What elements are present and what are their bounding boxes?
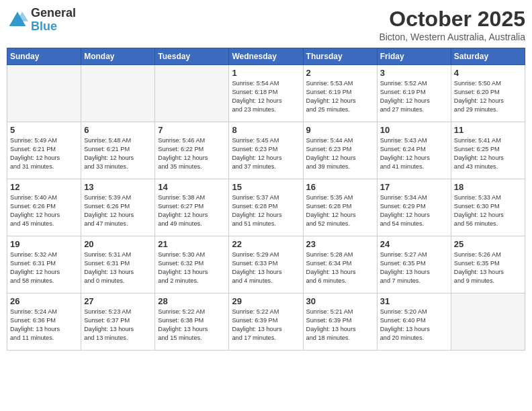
calendar-cell: 16Sunrise: 5:35 AM Sunset: 6:28 PM Dayli… [303,179,377,236]
calendar-cell: 20Sunrise: 5:31 AM Sunset: 6:31 PM Dayli… [81,236,155,293]
calendar-cell: 3Sunrise: 5:52 AM Sunset: 6:19 PM Daylig… [377,65,451,122]
month-title: October 2025 [379,7,525,32]
calendar-cell: 29Sunrise: 5:22 AM Sunset: 6:39 PM Dayli… [229,293,303,351]
day-info: Sunrise: 5:53 AM Sunset: 6:19 PM Dayligh… [306,79,374,114]
day-number: 16 [306,182,374,192]
calendar-cell [7,65,81,122]
calendar-cell: 17Sunrise: 5:34 AM Sunset: 6:29 PM Dayli… [377,179,451,236]
calendar-cell: 1Sunrise: 5:54 AM Sunset: 6:18 PM Daylig… [229,65,303,122]
calendar-cell: 5Sunrise: 5:49 AM Sunset: 6:21 PM Daylig… [7,122,81,179]
day-number: 14 [158,182,226,192]
day-info: Sunrise: 5:35 AM Sunset: 6:28 PM Dayligh… [306,193,374,228]
day-number: 2 [306,68,374,78]
day-number: 20 [84,239,152,249]
day-info: Sunrise: 5:27 AM Sunset: 6:35 PM Dayligh… [380,250,448,285]
day-number: 28 [158,296,226,306]
day-info: Sunrise: 5:38 AM Sunset: 6:27 PM Dayligh… [158,193,226,228]
day-number: 1 [232,68,300,78]
calendar-cell: 28Sunrise: 5:22 AM Sunset: 6:38 PM Dayli… [155,293,229,351]
title-block: October 2025 Bicton, Western Australia, … [379,7,525,42]
day-info: Sunrise: 5:46 AM Sunset: 6:22 PM Dayligh… [158,136,226,171]
calendar-cell [155,65,229,122]
day-number: 18 [454,182,522,192]
calendar-cell: 26Sunrise: 5:24 AM Sunset: 6:36 PM Dayli… [7,293,81,351]
day-number: 22 [232,239,300,249]
day-number: 31 [380,296,448,306]
calendar-week-row: 26Sunrise: 5:24 AM Sunset: 6:36 PM Dayli… [7,293,525,351]
day-info: Sunrise: 5:37 AM Sunset: 6:28 PM Dayligh… [232,193,300,228]
calendar-table: SundayMondayTuesdayWednesdayThursdayFrid… [7,48,525,351]
day-number: 15 [232,182,300,192]
day-number: 8 [232,125,300,135]
location-subtitle: Bicton, Western Australia, Australia [379,32,525,42]
calendar-cell: 18Sunrise: 5:33 AM Sunset: 6:30 PM Dayli… [451,179,525,236]
calendar-cell: 27Sunrise: 5:23 AM Sunset: 6:37 PM Dayli… [81,293,155,351]
day-info: Sunrise: 5:43 AM Sunset: 6:24 PM Dayligh… [380,136,448,171]
day-info: Sunrise: 5:31 AM Sunset: 6:31 PM Dayligh… [84,250,152,285]
day-info: Sunrise: 5:52 AM Sunset: 6:19 PM Dayligh… [380,79,448,114]
day-number: 23 [306,239,374,249]
day-number: 25 [454,239,522,249]
column-header-sunday: Sunday [7,48,81,65]
day-info: Sunrise: 5:40 AM Sunset: 6:26 PM Dayligh… [10,193,78,228]
calendar-cell [451,293,525,351]
day-number: 24 [380,239,448,249]
calendar-cell: 30Sunrise: 5:21 AM Sunset: 6:39 PM Dayli… [303,293,377,351]
day-info: Sunrise: 5:41 AM Sunset: 6:25 PM Dayligh… [454,136,522,171]
logo-icon [7,9,28,31]
calendar-cell: 19Sunrise: 5:32 AM Sunset: 6:31 PM Dayli… [7,236,81,293]
calendar-cell: 11Sunrise: 5:41 AM Sunset: 6:25 PM Dayli… [451,122,525,179]
day-info: Sunrise: 5:34 AM Sunset: 6:29 PM Dayligh… [380,193,448,228]
calendar-cell: 22Sunrise: 5:29 AM Sunset: 6:33 PM Dayli… [229,236,303,293]
calendar-cell: 23Sunrise: 5:28 AM Sunset: 6:34 PM Dayli… [303,236,377,293]
day-number: 5 [10,125,78,135]
day-number: 19 [10,239,78,249]
day-info: Sunrise: 5:32 AM Sunset: 6:31 PM Dayligh… [10,250,78,285]
calendar-week-row: 5Sunrise: 5:49 AM Sunset: 6:21 PM Daylig… [7,122,525,179]
column-header-tuesday: Tuesday [155,48,229,65]
day-info: Sunrise: 5:49 AM Sunset: 6:21 PM Dayligh… [10,136,78,171]
calendar-cell: 15Sunrise: 5:37 AM Sunset: 6:28 PM Dayli… [229,179,303,236]
day-number: 13 [84,182,152,192]
calendar-cell [81,65,155,122]
calendar-cell: 14Sunrise: 5:38 AM Sunset: 6:27 PM Dayli… [155,179,229,236]
column-header-wednesday: Wednesday [229,48,303,65]
day-info: Sunrise: 5:29 AM Sunset: 6:33 PM Dayligh… [232,250,300,285]
column-header-saturday: Saturday [451,48,525,65]
day-number: 12 [10,182,78,192]
calendar-header-row: SundayMondayTuesdayWednesdayThursdayFrid… [7,48,525,65]
day-number: 7 [158,125,226,135]
calendar-cell: 4Sunrise: 5:50 AM Sunset: 6:20 PM Daylig… [451,65,525,122]
calendar-week-row: 19Sunrise: 5:32 AM Sunset: 6:31 PM Dayli… [7,236,525,293]
day-number: 10 [380,125,448,135]
day-info: Sunrise: 5:22 AM Sunset: 6:38 PM Dayligh… [158,308,226,342]
day-number: 11 [454,125,522,135]
calendar-cell: 6Sunrise: 5:48 AM Sunset: 6:21 PM Daylig… [81,122,155,179]
day-info: Sunrise: 5:30 AM Sunset: 6:32 PM Dayligh… [158,250,226,285]
calendar-cell: 12Sunrise: 5:40 AM Sunset: 6:26 PM Dayli… [7,179,81,236]
day-number: 29 [232,296,300,306]
logo: General Blue [7,7,76,34]
day-info: Sunrise: 5:50 AM Sunset: 6:20 PM Dayligh… [454,79,522,114]
day-number: 17 [380,182,448,192]
calendar-cell: 7Sunrise: 5:46 AM Sunset: 6:22 PM Daylig… [155,122,229,179]
day-info: Sunrise: 5:33 AM Sunset: 6:30 PM Dayligh… [454,193,522,228]
day-info: Sunrise: 5:39 AM Sunset: 6:26 PM Dayligh… [84,193,152,228]
day-number: 6 [84,125,152,135]
day-info: Sunrise: 5:28 AM Sunset: 6:34 PM Dayligh… [306,250,374,285]
day-info: Sunrise: 5:44 AM Sunset: 6:23 PM Dayligh… [306,136,374,171]
calendar-cell: 21Sunrise: 5:30 AM Sunset: 6:32 PM Dayli… [155,236,229,293]
page-header: General Blue October 2025 Bicton, Wester… [7,7,525,42]
calendar-cell: 24Sunrise: 5:27 AM Sunset: 6:35 PM Dayli… [377,236,451,293]
calendar-week-row: 1Sunrise: 5:54 AM Sunset: 6:18 PM Daylig… [7,65,525,122]
calendar-cell: 10Sunrise: 5:43 AM Sunset: 6:24 PM Dayli… [377,122,451,179]
calendar-week-row: 12Sunrise: 5:40 AM Sunset: 6:26 PM Dayli… [7,179,525,236]
column-header-monday: Monday [81,48,155,65]
logo-general-text: General [31,6,76,19]
calendar-cell: 31Sunrise: 5:20 AM Sunset: 6:40 PM Dayli… [377,293,451,351]
day-info: Sunrise: 5:20 AM Sunset: 6:40 PM Dayligh… [380,308,448,342]
day-info: Sunrise: 5:24 AM Sunset: 6:36 PM Dayligh… [10,308,78,342]
column-header-thursday: Thursday [303,48,377,65]
day-info: Sunrise: 5:23 AM Sunset: 6:37 PM Dayligh… [84,308,152,342]
day-number: 21 [158,239,226,249]
